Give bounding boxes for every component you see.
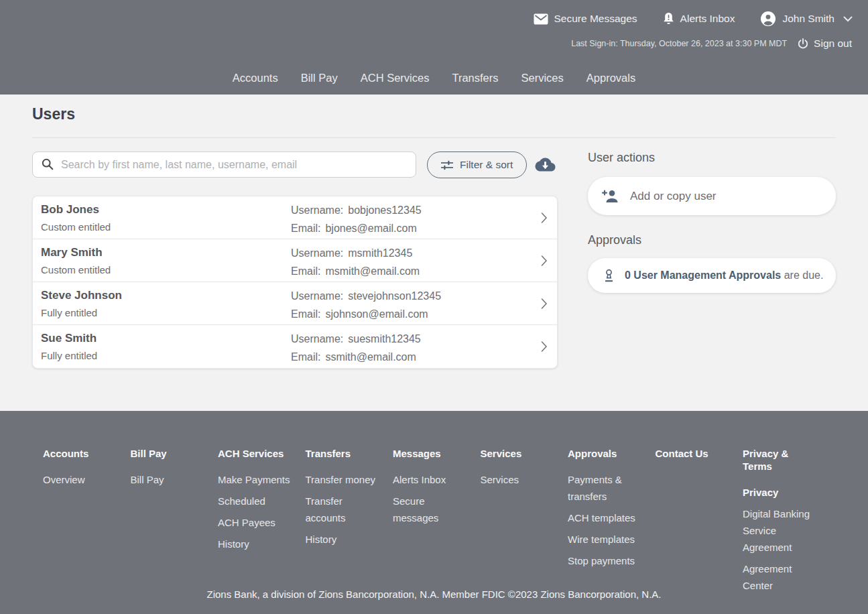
footer-link-privacy[interactable]: Privacy xyxy=(743,484,820,501)
approvals-count: 0 User Management Approvals xyxy=(625,269,781,281)
download-users-button[interactable] xyxy=(534,156,557,173)
search-input[interactable] xyxy=(32,151,416,178)
footer-col-messages: Messages Alerts Inbox Secure messages xyxy=(393,447,471,599)
footer-link-overview[interactable]: Overview xyxy=(43,471,121,488)
search-icon xyxy=(42,158,54,170)
last-signin-text: Last Sign-in: Thursday, October 26, 2023… xyxy=(571,39,787,48)
email-label: Email: xyxy=(291,265,320,277)
sign-out-label: Sign out xyxy=(814,38,852,50)
user-name-label: John Smith xyxy=(782,13,834,25)
secure-messages-link[interactable]: Secure Messages xyxy=(534,13,637,25)
footer-heading: Messages xyxy=(393,447,471,460)
footer-link-services[interactable]: Services xyxy=(481,471,558,488)
chevron-right-icon xyxy=(541,341,548,352)
footer-link-secure-messages[interactable]: Secure messages xyxy=(393,493,471,526)
footer-heading: ACH Services xyxy=(218,447,296,460)
cloud-download-icon xyxy=(534,156,557,173)
nav-accounts[interactable]: Accounts xyxy=(233,72,278,84)
username-value: bobjones12345 xyxy=(348,204,421,216)
username-label: Username: xyxy=(291,204,343,216)
add-or-copy-user-label: Add or copy user xyxy=(630,190,717,203)
alert-bell-icon xyxy=(663,12,674,25)
footer-heading: Bill Pay xyxy=(131,447,208,460)
user-row-sue-smith[interactable]: Sue Smith Fully entitled Username:suesmi… xyxy=(33,325,557,368)
person-add-icon xyxy=(601,189,619,203)
signin-row: Last Sign-in: Thursday, October 26, 2023… xyxy=(571,38,852,50)
topbar: Secure Messages Alerts Inbox xyxy=(534,11,853,27)
email-label: Email: xyxy=(291,223,320,234)
email-label: Email: xyxy=(291,351,320,363)
right-panel: User actions Add or copy user Approvals xyxy=(588,151,836,293)
footer-link-make-payments[interactable]: Make Payments xyxy=(218,471,296,488)
user-details: Username:msmith12345 Email:msmith@email.… xyxy=(291,246,420,282)
approval-stamp-icon xyxy=(603,269,615,283)
add-or-copy-user-button[interactable]: Add or copy user xyxy=(588,177,836,215)
power-icon xyxy=(798,38,808,50)
footer-link-digital-banking-service-agreement[interactable]: Digital Banking Service Agreement xyxy=(743,505,820,556)
footer-col-privacy-terms: Privacy & Terms Privacy Digital Banking … xyxy=(743,447,820,599)
footer-link-scheduled[interactable]: Scheduled xyxy=(218,493,296,509)
approvals-text: 0 User Management Approvals are due. xyxy=(625,269,823,282)
user-row-bob-jones[interactable]: Bob Jones Custom entitled Username:bobjo… xyxy=(33,196,557,239)
sliders-icon xyxy=(441,160,453,170)
user-management-approvals-link[interactable]: 0 User Management Approvals are due. xyxy=(588,258,836,293)
username-value: suesmith12345 xyxy=(348,333,421,345)
email-value: msmith@email.com xyxy=(325,265,420,277)
user-name: Sue Smith xyxy=(41,331,97,346)
user-row-mary-smith[interactable]: Mary Smith Custom entitled Username:msmi… xyxy=(33,239,557,282)
chevron-down-icon xyxy=(843,16,853,22)
footer-heading: Services xyxy=(481,447,558,460)
footer-link-ach-payees[interactable]: ACH Payees xyxy=(218,514,296,531)
user-list: Bob Jones Custom entitled Username:bobjo… xyxy=(32,196,558,369)
footer-col-bill-pay: Bill Pay Bill Pay xyxy=(131,447,208,599)
footer-heading: Accounts xyxy=(43,447,121,460)
site-footer: Accounts Overview Bill Pay Bill Pay ACH … xyxy=(0,411,868,614)
footer-col-services: Services Services xyxy=(481,447,558,599)
alerts-inbox-label: Alerts Inbox xyxy=(680,13,735,25)
nav-bill-pay[interactable]: Bill Pay xyxy=(301,72,338,84)
footer-link-wire-templates[interactable]: Wire templates xyxy=(568,531,645,548)
email-value: ssmith@email.com xyxy=(325,351,416,363)
footer-heading-contact-us[interactable]: Contact Us xyxy=(656,447,733,460)
nav-approvals[interactable]: Approvals xyxy=(586,72,635,84)
user-entitlement: Custom entitled xyxy=(41,263,111,277)
content: Users Filter & sort xyxy=(0,95,868,411)
main-nav: Accounts Bill Pay ACH Services Transfers… xyxy=(0,72,868,84)
footer-col-transfers: Transfers Transfer money Transfer accoun… xyxy=(306,447,383,599)
footer-heading: Privacy & Terms xyxy=(743,447,820,473)
user-menu[interactable]: John Smith xyxy=(760,11,853,27)
user-entitlement: Fully entitled xyxy=(41,306,97,320)
username-label: Username: xyxy=(291,290,343,302)
user-row-steve-johnson[interactable]: Steve Johnson Fully entitled Username:st… xyxy=(33,282,557,325)
footer-link-stop-payments[interactable]: Stop payments xyxy=(568,552,645,569)
user-details: Username:suesmith12345 Email:ssmith@emai… xyxy=(291,332,421,368)
nav-services[interactable]: Services xyxy=(521,72,564,84)
footer-col-accounts: Accounts Overview xyxy=(43,447,121,599)
email-value: sjohnson@email.com xyxy=(325,308,428,320)
filter-sort-button[interactable]: Filter & sort xyxy=(427,151,527,178)
footer-link-ach-templates[interactable]: ACH templates xyxy=(568,509,645,526)
user-name: Bob Jones xyxy=(41,202,99,217)
username-label: Username: xyxy=(291,247,343,259)
alerts-inbox-link[interactable]: Alerts Inbox xyxy=(663,12,735,25)
top-header: Secure Messages Alerts Inbox xyxy=(0,0,868,95)
footer-col-contact-us: Contact Us xyxy=(656,447,733,599)
sign-out-button[interactable]: Sign out xyxy=(798,38,852,50)
footer-link-transfers-history[interactable]: History xyxy=(306,531,383,548)
footer-link-ach-history[interactable]: History xyxy=(218,536,296,552)
footer-link-transfer-money[interactable]: Transfer money xyxy=(306,471,383,488)
footer-link-payments-transfers[interactable]: Payments & transfers xyxy=(568,471,645,505)
footer-col-ach-services: ACH Services Make Payments Scheduled ACH… xyxy=(218,447,296,599)
footer-link-transfer-accounts[interactable]: Transfer accounts xyxy=(306,493,383,526)
title-divider xyxy=(32,137,836,138)
approvals-suffix: are due. xyxy=(781,269,823,281)
nav-ach-services[interactable]: ACH Services xyxy=(361,72,430,84)
approvals-heading: Approvals xyxy=(588,233,836,247)
footer-link-alerts-inbox[interactable]: Alerts Inbox xyxy=(393,471,471,488)
nav-transfers[interactable]: Transfers xyxy=(452,72,498,84)
username-value: stevejohnson12345 xyxy=(348,290,441,302)
account-circle-icon xyxy=(760,11,776,27)
page-title: Users xyxy=(32,105,75,123)
footer-col-approvals: Approvals Payments & transfers ACH templ… xyxy=(568,447,645,599)
footer-link-bill-pay[interactable]: Bill Pay xyxy=(131,471,208,488)
